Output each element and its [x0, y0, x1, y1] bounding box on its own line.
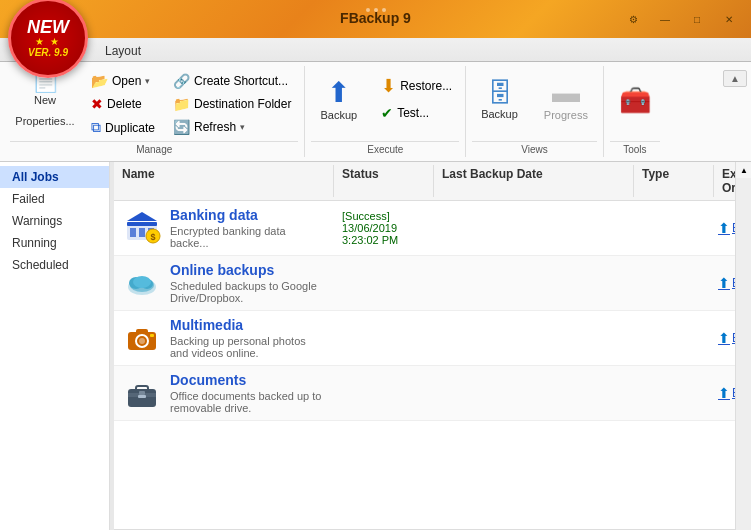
- job-list: $ Banking data Encrypted banking data ba…: [114, 201, 735, 529]
- sidebar: All Jobs Failed Warnings Running Schedul…: [0, 162, 110, 530]
- job-name-cell: Documents Office documents backed up to …: [114, 372, 334, 414]
- sidebar-item-all-jobs[interactable]: All Jobs: [0, 166, 109, 188]
- job-title: Banking data: [170, 207, 326, 223]
- job-title: Online backups: [170, 262, 326, 278]
- manage-small-buttons-2: 🔗 Create Shortcut... 📁 Destination Folde…: [166, 70, 298, 138]
- open-button[interactable]: 📂 Open ▾: [84, 70, 162, 92]
- scrollbar: ▲ ▼: [735, 162, 751, 530]
- job-actions: ⬆ Backup ✔ Test ⬇ Restore: [714, 220, 735, 236]
- job-desc: Backing up personal photos and videos on…: [170, 335, 326, 359]
- job-name-cell: $ Banking data Encrypted banking data ba…: [114, 207, 334, 249]
- col-execution-order[interactable]: Execution Order: [714, 165, 735, 197]
- tab-layout[interactable]: Layout: [90, 39, 156, 62]
- sidebar-item-running[interactable]: Running: [0, 232, 109, 254]
- refresh-button[interactable]: 🔄 Refresh ▾: [166, 116, 298, 138]
- job-actions: ⬆ Backup ✔ Test ⬇ Restore: [714, 385, 735, 401]
- col-last-backup[interactable]: Last Backup Date: [434, 165, 634, 197]
- new-badge-text: NEW: [27, 18, 69, 36]
- svg-rect-21: [139, 391, 145, 395]
- svg-point-12: [133, 276, 151, 288]
- job-desc: Scheduled backups to Google Drive/Dropbo…: [170, 280, 326, 304]
- settings-icon-btn[interactable]: ⚙: [619, 8, 647, 30]
- duplicate-button[interactable]: ⧉ Duplicate: [84, 116, 162, 139]
- execute-group-label: Execute: [311, 141, 459, 157]
- svg-rect-3: [139, 228, 145, 237]
- table-header: Name Status Last Backup Date Type Execut…: [114, 162, 735, 201]
- sidebar-item-warnings[interactable]: Warnings: [0, 210, 109, 232]
- ribbon-tab-bar: Layout Home: [0, 38, 751, 62]
- job-info: Banking data Encrypted banking data back…: [170, 207, 326, 249]
- backup-action-icon: ⬆: [718, 385, 730, 401]
- scroll-up-button[interactable]: ▲: [736, 162, 751, 178]
- ribbon-content: 📄 New Properties... 📂 Open ▾ ✖: [0, 62, 751, 161]
- cloud-icon: [122, 262, 162, 302]
- ribbon-collapse-button[interactable]: ▲: [723, 70, 747, 87]
- manage-group-label: Manage: [10, 141, 298, 157]
- job-title: Documents: [170, 372, 326, 388]
- col-name[interactable]: Name: [114, 165, 334, 197]
- col-type[interactable]: Type: [634, 165, 714, 197]
- svg-marker-5: [127, 212, 157, 221]
- svg-rect-14: [136, 329, 148, 334]
- banking-icon: $: [122, 207, 162, 247]
- table-row[interactable]: $ Banking data Encrypted banking data ba…: [114, 201, 735, 256]
- backup-large-button[interactable]: ⬆ Backup: [311, 68, 366, 132]
- create-shortcut-button[interactable]: 🔗 Create Shortcut...: [166, 70, 298, 92]
- svg-rect-22: [138, 395, 146, 398]
- job-actions: ⬆ Backup ✔ Test ⬇ Restore: [714, 275, 735, 291]
- properties-button[interactable]: Properties...: [10, 110, 80, 132]
- job-status: [Success] 13/06/2019 3:23:02 PM: [334, 210, 434, 246]
- svg-point-16: [139, 338, 145, 344]
- ribbon-group-views: 🗄 Backup ▬ Progress Views: [466, 66, 604, 157]
- minimize-button[interactable]: —: [651, 8, 679, 30]
- scroll-track[interactable]: [736, 178, 751, 530]
- backup-action-btn[interactable]: ⬆ Backup: [718, 220, 735, 236]
- svg-rect-2: [130, 228, 136, 237]
- open-dropdown-arrow: ▾: [145, 76, 150, 86]
- backup-action-icon: ⬆: [718, 330, 730, 346]
- table-row[interactable]: Online backups Scheduled backups to Goog…: [114, 256, 735, 311]
- maximize-button[interactable]: □: [683, 8, 711, 30]
- job-info: Online backups Scheduled backups to Goog…: [170, 262, 326, 304]
- job-name-cell: Multimedia Backing up personal photos an…: [114, 317, 334, 359]
- restore-button[interactable]: ⬇ Restore...: [374, 72, 459, 100]
- views-backup-button[interactable]: 🗄 Backup: [472, 68, 527, 132]
- content-area: Name Status Last Backup Date Type Execut…: [114, 162, 735, 530]
- svg-rect-17: [150, 334, 154, 337]
- tools-button[interactable]: 🧰: [610, 68, 660, 132]
- ribbon-group-execute: ⬆ Backup ⬇ Restore... ✔ Test... Exec: [305, 66, 466, 157]
- job-info: Multimedia Backing up personal photos an…: [170, 317, 326, 359]
- briefcase-icon: [122, 372, 162, 412]
- job-desc: Encrypted banking data backe...: [170, 225, 326, 249]
- col-status[interactable]: Status: [334, 165, 434, 197]
- views-progress-button[interactable]: ▬ Progress: [535, 68, 597, 132]
- badge-version: VER. 9.9: [28, 47, 68, 58]
- ribbon-group-tools: 🧰 Tools: [604, 66, 666, 157]
- table-row[interactable]: Documents Office documents backed up to …: [114, 366, 735, 421]
- job-desc: Office documents backed up to removable …: [170, 390, 326, 414]
- delete-button[interactable]: ✖ Delete: [84, 93, 162, 115]
- backup-action-btn[interactable]: ⬆ Backup: [718, 330, 735, 346]
- badge-stars: ★ ★: [35, 36, 62, 47]
- svg-rect-1: [127, 222, 157, 226]
- svg-text:$: $: [150, 232, 155, 242]
- job-title: Multimedia: [170, 317, 326, 333]
- sidebar-item-scheduled[interactable]: Scheduled: [0, 254, 109, 276]
- tools-buttons: 🧰: [610, 66, 660, 141]
- table-row[interactable]: Multimedia Backing up personal photos an…: [114, 311, 735, 366]
- job-actions: ⬆ Backup ✔ Test ⬇ Restore: [714, 330, 735, 346]
- window-controls: ⚙ — □ ✕: [619, 8, 743, 30]
- title-bar: NEW ★ ★ VER. 9.9 FBackup 9 ⚙ — □ ✕: [0, 0, 751, 38]
- window-title: FBackup 9: [340, 10, 411, 26]
- backup-action-icon: ⬆: [718, 220, 730, 236]
- sidebar-item-failed[interactable]: Failed: [0, 188, 109, 210]
- views-buttons: 🗄 Backup ▬ Progress: [472, 66, 597, 141]
- tools-group-label: Tools: [610, 141, 660, 157]
- close-button[interactable]: ✕: [715, 8, 743, 30]
- destination-folder-button[interactable]: 📁 Destination Folder: [166, 93, 298, 115]
- backup-action-btn[interactable]: ⬆ Backup: [718, 385, 735, 401]
- backup-action-btn[interactable]: ⬆ Backup: [718, 275, 735, 291]
- test-button[interactable]: ✔ Test...: [374, 102, 459, 124]
- backup-action-icon: ⬆: [718, 275, 730, 291]
- ribbon-group-manage: 📄 New Properties... 📂 Open ▾ ✖: [4, 66, 305, 157]
